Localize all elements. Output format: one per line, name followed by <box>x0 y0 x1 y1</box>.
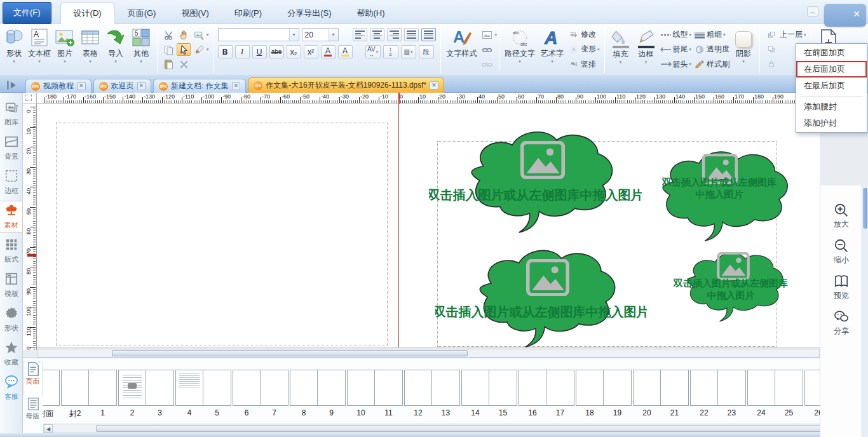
copy-icon[interactable] <box>161 43 175 56</box>
fill-button[interactable]: 填充 ▾ <box>609 26 633 65</box>
unlink-icon[interactable] <box>480 58 494 71</box>
pages-mode-button[interactable]: 页面 <box>23 361 43 396</box>
transform-button[interactable]: A变形▾ <box>568 43 600 57</box>
page-thumbnail[interactable]: 18 <box>576 370 604 406</box>
image-tool-icon[interactable] <box>192 29 206 41</box>
page-thumbnail[interactable]: 16 <box>519 370 546 406</box>
menu-item-添加护封[interactable]: 添加护封 <box>796 115 867 131</box>
menu-page[interactable]: 页面(G) <box>115 3 169 24</box>
tool-zoom-in[interactable]: 放大 <box>820 199 862 232</box>
menu-view[interactable]: 视图(V) <box>168 3 221 24</box>
tool-zoom-out[interactable]: 缩小 <box>820 235 862 268</box>
close-tab-icon[interactable]: ✕ <box>232 82 241 90</box>
align-justify-button[interactable] <box>404 28 419 41</box>
arrow-head-button[interactable]: 箭头▾ <box>660 57 692 71</box>
menu-help[interactable]: 帮助(H) <box>344 3 397 24</box>
vertical-text-button[interactable]: Ab竖排 <box>568 57 600 71</box>
page-thumbnail[interactable]: 15 <box>489 370 517 406</box>
close-tab-icon[interactable]: ✕ <box>137 82 146 90</box>
menu-item-在后面加页[interactable]: 在后面加页 <box>796 61 867 77</box>
select-cursor-icon[interactable] <box>177 43 191 56</box>
menu-share-export[interactable]: 分享导出(S) <box>275 3 344 24</box>
thickness-button[interactable]: 粗细▾ <box>694 28 729 42</box>
align-center-button[interactable] <box>370 28 384 41</box>
close-tab-icon[interactable]: ✕ <box>77 82 86 90</box>
page-thumbnail[interactable]: 7 <box>261 370 288 406</box>
image-frame-icon[interactable] <box>480 29 494 41</box>
tool-share[interactable]: 分享 <box>820 306 862 339</box>
superscript-button[interactable]: x² <box>304 45 318 58</box>
page-thumbnail[interactable]: 11 <box>375 370 403 406</box>
align-left-button[interactable] <box>353 28 367 41</box>
path-text-button[interactable]: abcabc 路径文字 ▾ <box>503 26 537 64</box>
page-thumbnail[interactable]: 24 <box>747 370 775 406</box>
paragraph-button[interactable]: 段 <box>419 45 434 58</box>
collapse-ribbon-icon[interactable]: ︿ <box>807 6 818 17</box>
paste-icon[interactable] <box>161 58 175 71</box>
speech-bubble-shape[interactable]: 双击插入图片或从左侧图库中拖入图片 <box>647 143 792 248</box>
sidebar-item-border[interactable]: 边框 <box>0 166 23 198</box>
insert-picture-button[interactable]: 图片▾ <box>53 26 77 64</box>
bring-forward-button[interactable]: 上一层▾ <box>764 28 806 42</box>
page-thumbnail[interactable]: 22 <box>690 370 718 406</box>
arrow-tail-button[interactable]: 箭尾▾ <box>660 43 692 57</box>
speech-bubble-shape[interactable]: 双击插入图片或从左侧图库中拖入图片 <box>435 245 647 348</box>
page-thumbnail[interactable]: 23 <box>718 370 746 406</box>
canvas-horizontal-scrollbar[interactable] <box>37 349 820 358</box>
style-brush-button[interactable]: 样式刷 <box>694 57 729 71</box>
tool-preview[interactable]: 预览 <box>820 271 862 304</box>
sidebar-item-layout[interactable]: 版式 <box>0 235 23 267</box>
doc-tab[interactable]: DPS欢迎页✕ <box>93 79 152 93</box>
page-thumbnail[interactable]: 5 <box>203 370 231 406</box>
speech-bubble-shape[interactable]: 双击插入图片或从左侧图库中拖入图片 <box>429 126 642 236</box>
opacity-button[interactable]: 透明度 <box>694 43 729 57</box>
doc-tab[interactable]: DPS视频教程✕ <box>25 79 92 93</box>
delete-icon[interactable] <box>177 58 191 71</box>
align-distribute-button[interactable] <box>421 28 436 41</box>
page-thumbnail[interactable]: 17 <box>546 370 574 406</box>
menu-item-在最后加页[interactable]: 在最后加页 <box>796 77 867 94</box>
master-mode-button[interactable]: 母版 <box>23 396 43 429</box>
menu-item-添加腰封[interactable]: 添加腰封 <box>796 98 867 115</box>
menu-print[interactable]: 印刷(P) <box>222 3 275 24</box>
sidebar-item-favorites[interactable]: 收藏 <box>0 338 23 370</box>
thumbnail-scrollbar[interactable]: ◀ ▶ <box>43 424 868 433</box>
scrollbar-thumb[interactable] <box>863 188 867 229</box>
columns-button[interactable]: ▥▾ <box>401 45 416 58</box>
insert-other-button[interactable]: 5其他▾ <box>129 26 153 64</box>
canvas[interactable]: 双击插入图片或从左侧图库中拖入图片 双击插入图片或从左侧图库中拖入图片 双击插入… <box>37 104 820 348</box>
scrollbar-thumb[interactable] <box>96 425 855 432</box>
page-thumbnail[interactable]: 13 <box>432 370 460 406</box>
close-tab-icon[interactable]: ✕ <box>430 81 438 90</box>
page-thumbnail[interactable]: 21 <box>661 370 689 406</box>
sidebar-item-gallery[interactable]: 图库 <box>0 98 23 130</box>
shadow-button[interactable]: 阴影 ▾ <box>731 26 756 64</box>
subscript-button[interactable]: x₂ <box>287 45 301 58</box>
page-thumbnail[interactable]: 3 <box>146 370 174 406</box>
insert-shape-button[interactable]: 形状▾ <box>2 26 26 64</box>
line-spacing-button[interactable]: ↕≡ <box>383 45 398 58</box>
align-right-button[interactable] <box>387 28 402 41</box>
wordart-button[interactable]: A 艺术字 ▾ <box>538 26 566 64</box>
text-style-button[interactable]: A 文字样式 <box>445 26 479 59</box>
canvas-vertical-scrollbar[interactable] <box>862 185 868 437</box>
line-style-button[interactable]: 线型▾ <box>660 28 692 42</box>
page-thumbnail[interactable]: 8 <box>290 370 318 406</box>
underline-button[interactable]: U <box>252 45 267 58</box>
page-thumbnail[interactable]: 9 <box>318 370 346 406</box>
insert-import-button[interactable]: 导入▾ <box>104 26 128 64</box>
bold-button[interactable]: B <box>218 45 233 58</box>
insert-table-button[interactable]: 表格▾ <box>78 26 102 64</box>
page-thumbnail[interactable]: 封2 <box>61 370 89 406</box>
page-thumbnail[interactable]: 25 <box>775 370 803 406</box>
pan-hand-icon[interactable] <box>177 29 191 41</box>
doc-tab[interactable]: DPS作文集-大16开软皮平装-文档190926-1113.dpsf*✕ <box>248 77 444 93</box>
sidebar-item-template[interactable]: 模板 <box>0 269 23 301</box>
font-family-select[interactable]: ▾ <box>218 28 299 41</box>
border-button[interactable]: 边框 ▾ <box>634 26 658 65</box>
font-size-select[interactable]: 20▾ <box>302 28 339 41</box>
page-thumbnail[interactable]: 6 <box>233 370 261 406</box>
page-thumbnail[interactable]: 19 <box>604 370 632 406</box>
sidebar-item-background[interactable]: 背景 <box>0 132 23 164</box>
scrollbar-thumb[interactable] <box>112 350 468 356</box>
